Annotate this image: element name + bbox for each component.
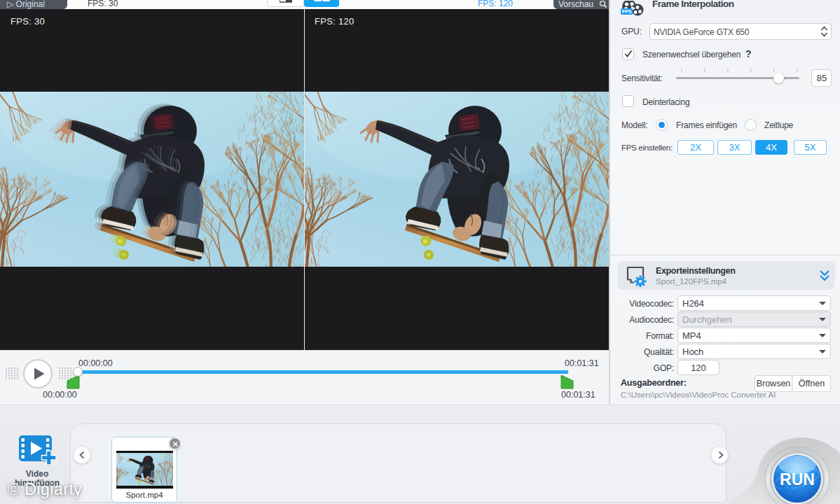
svg-text:RUN: RUN [780,470,815,489]
svg-text:FPS: FPS [622,9,632,14]
